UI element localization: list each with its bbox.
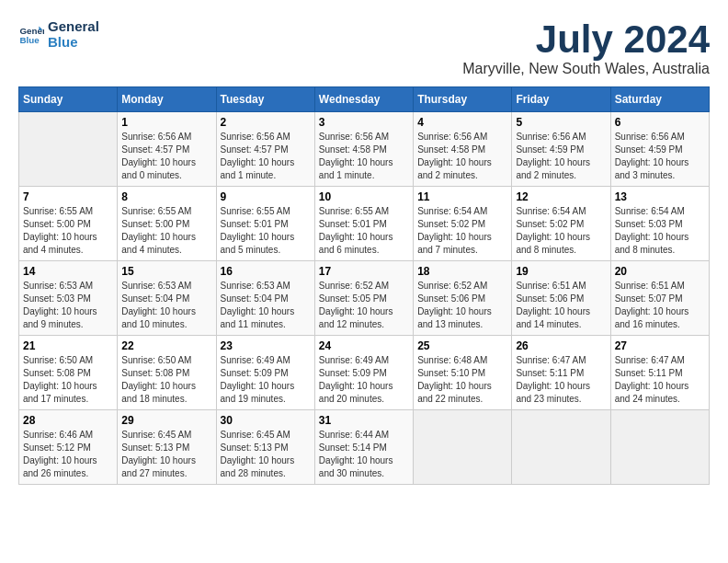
- calendar-cell: [610, 410, 709, 485]
- day-info: Sunrise: 6:54 AM Sunset: 5:02 PM Dayligh…: [516, 205, 606, 257]
- day-number: 1: [121, 116, 211, 129]
- day-info: Sunrise: 6:56 AM Sunset: 4:58 PM Dayligh…: [319, 131, 409, 182]
- day-info: Sunrise: 6:49 AM Sunset: 5:09 PM Dayligh…: [319, 354, 409, 406]
- week-row-5: 28Sunrise: 6:46 AM Sunset: 5:12 PM Dayli…: [19, 410, 710, 485]
- day-number: 10: [319, 190, 409, 203]
- day-number: 5: [516, 116, 606, 129]
- day-number: 17: [319, 265, 409, 278]
- day-info: Sunrise: 6:49 AM Sunset: 5:09 PM Dayligh…: [221, 354, 311, 406]
- day-number: 20: [615, 265, 705, 278]
- calendar-cell: 24Sunrise: 6:49 AM Sunset: 5:09 PM Dayli…: [314, 336, 413, 410]
- day-info: Sunrise: 6:46 AM Sunset: 5:12 PM Dayligh…: [23, 429, 113, 480]
- calendar-cell: 5Sunrise: 6:56 AM Sunset: 4:59 PM Daylig…: [512, 112, 610, 187]
- day-info: Sunrise: 6:56 AM Sunset: 4:59 PM Dayligh…: [516, 131, 606, 182]
- day-number: 15: [121, 265, 211, 278]
- day-info: Sunrise: 6:50 AM Sunset: 5:08 PM Dayligh…: [121, 354, 211, 406]
- day-info: Sunrise: 6:50 AM Sunset: 5:08 PM Dayligh…: [23, 354, 113, 406]
- day-number: 12: [516, 190, 606, 203]
- day-info: Sunrise: 6:54 AM Sunset: 5:03 PM Dayligh…: [615, 205, 705, 257]
- day-number: 14: [23, 265, 113, 278]
- day-info: Sunrise: 6:55 AM Sunset: 5:01 PM Dayligh…: [221, 205, 311, 257]
- header-wednesday: Wednesday: [314, 87, 413, 112]
- day-info: Sunrise: 6:52 AM Sunset: 5:05 PM Dayligh…: [319, 280, 409, 331]
- day-info: Sunrise: 6:51 AM Sunset: 5:06 PM Dayligh…: [516, 280, 606, 331]
- day-info: Sunrise: 6:53 AM Sunset: 5:03 PM Dayligh…: [23, 280, 113, 331]
- day-number: 19: [516, 265, 606, 278]
- calendar-cell: 23Sunrise: 6:49 AM Sunset: 5:09 PM Dayli…: [216, 336, 314, 410]
- day-info: Sunrise: 6:53 AM Sunset: 5:04 PM Dayligh…: [221, 280, 311, 331]
- calendar-cell: [512, 410, 610, 485]
- calendar-cell: 31Sunrise: 6:44 AM Sunset: 5:14 PM Dayli…: [314, 410, 413, 485]
- day-info: Sunrise: 6:56 AM Sunset: 4:57 PM Dayligh…: [221, 131, 311, 182]
- calendar-cell: 18Sunrise: 6:52 AM Sunset: 5:06 PM Dayli…: [414, 261, 512, 336]
- day-number: 9: [221, 190, 311, 203]
- day-info: Sunrise: 6:56 AM Sunset: 4:58 PM Dayligh…: [417, 131, 507, 182]
- main-title: July 2024: [462, 18, 710, 61]
- day-number: 27: [615, 339, 705, 352]
- week-row-2: 7Sunrise: 6:55 AM Sunset: 5:00 PM Daylig…: [19, 187, 710, 261]
- day-number: 28: [23, 414, 113, 427]
- day-number: 29: [121, 414, 211, 427]
- logo-line1: General: [48, 18, 99, 34]
- calendar-cell: 20Sunrise: 6:51 AM Sunset: 5:07 PM Dayli…: [610, 261, 709, 336]
- day-number: 25: [417, 339, 507, 352]
- day-number: 16: [221, 265, 311, 278]
- calendar-cell: 12Sunrise: 6:54 AM Sunset: 5:02 PM Dayli…: [512, 187, 610, 261]
- calendar-cell: 13Sunrise: 6:54 AM Sunset: 5:03 PM Dayli…: [610, 187, 709, 261]
- logo: General Blue General Blue: [18, 18, 99, 50]
- svg-text:Blue: Blue: [19, 35, 40, 45]
- calendar-cell: [414, 410, 512, 485]
- header-monday: Monday: [118, 87, 216, 112]
- calendar-cell: 14Sunrise: 6:53 AM Sunset: 5:03 PM Dayli…: [19, 261, 118, 336]
- calendar-cell: 4Sunrise: 6:56 AM Sunset: 4:58 PM Daylig…: [414, 112, 512, 187]
- calendar-cell: 30Sunrise: 6:45 AM Sunset: 5:13 PM Dayli…: [216, 410, 314, 485]
- day-info: Sunrise: 6:48 AM Sunset: 5:10 PM Dayligh…: [417, 354, 507, 406]
- day-number: 2: [221, 116, 311, 129]
- day-number: 31: [319, 414, 409, 427]
- calendar-cell: 11Sunrise: 6:54 AM Sunset: 5:02 PM Dayli…: [414, 187, 512, 261]
- day-number: 3: [319, 116, 409, 129]
- subtitle: Maryville, New South Wales, Australia: [462, 61, 710, 77]
- day-number: 6: [615, 116, 705, 129]
- calendar-cell: 26Sunrise: 6:47 AM Sunset: 5:11 PM Dayli…: [512, 336, 610, 410]
- day-number: 21: [23, 339, 113, 352]
- calendar-cell: 9Sunrise: 6:55 AM Sunset: 5:01 PM Daylig…: [216, 187, 314, 261]
- header-thursday: Thursday: [414, 87, 512, 112]
- calendar-cell: 25Sunrise: 6:48 AM Sunset: 5:10 PM Dayli…: [414, 336, 512, 410]
- calendar-cell: [19, 112, 118, 187]
- calendar-cell: 6Sunrise: 6:56 AM Sunset: 4:59 PM Daylig…: [610, 112, 709, 187]
- day-info: Sunrise: 6:47 AM Sunset: 5:11 PM Dayligh…: [615, 354, 705, 406]
- day-number: 4: [417, 116, 507, 129]
- day-info: Sunrise: 6:47 AM Sunset: 5:11 PM Dayligh…: [516, 354, 606, 406]
- header: General Blue General Blue July 2024 Mary…: [18, 18, 710, 77]
- day-info: Sunrise: 6:45 AM Sunset: 5:13 PM Dayligh…: [121, 429, 211, 480]
- header-sunday: Sunday: [19, 87, 118, 112]
- title-area: July 2024 Maryville, New South Wales, Au…: [462, 18, 710, 77]
- day-info: Sunrise: 6:55 AM Sunset: 5:00 PM Dayligh…: [121, 205, 211, 257]
- calendar-cell: 2Sunrise: 6:56 AM Sunset: 4:57 PM Daylig…: [216, 112, 314, 187]
- day-info: Sunrise: 6:51 AM Sunset: 5:07 PM Dayligh…: [615, 280, 705, 331]
- week-row-3: 14Sunrise: 6:53 AM Sunset: 5:03 PM Dayli…: [19, 261, 710, 336]
- day-info: Sunrise: 6:54 AM Sunset: 5:02 PM Dayligh…: [417, 205, 507, 257]
- calendar-cell: 17Sunrise: 6:52 AM Sunset: 5:05 PM Dayli…: [314, 261, 413, 336]
- day-info: Sunrise: 6:55 AM Sunset: 5:01 PM Dayligh…: [319, 205, 409, 257]
- calendar-cell: 27Sunrise: 6:47 AM Sunset: 5:11 PM Dayli…: [610, 336, 709, 410]
- calendar-cell: 16Sunrise: 6:53 AM Sunset: 5:04 PM Dayli…: [216, 261, 314, 336]
- header-saturday: Saturday: [610, 87, 709, 112]
- logo-line2: Blue: [48, 34, 99, 50]
- calendar-cell: 1Sunrise: 6:56 AM Sunset: 4:57 PM Daylig…: [118, 112, 216, 187]
- week-row-4: 21Sunrise: 6:50 AM Sunset: 5:08 PM Dayli…: [19, 336, 710, 410]
- day-number: 30: [221, 414, 311, 427]
- calendar-cell: 8Sunrise: 6:55 AM Sunset: 5:00 PM Daylig…: [118, 187, 216, 261]
- day-info: Sunrise: 6:52 AM Sunset: 5:06 PM Dayligh…: [417, 280, 507, 331]
- day-info: Sunrise: 6:53 AM Sunset: 5:04 PM Dayligh…: [121, 280, 211, 331]
- week-row-1: 1Sunrise: 6:56 AM Sunset: 4:57 PM Daylig…: [19, 112, 710, 187]
- day-number: 13: [615, 190, 705, 203]
- day-number: 7: [23, 190, 113, 203]
- calendar-cell: 15Sunrise: 6:53 AM Sunset: 5:04 PM Dayli…: [118, 261, 216, 336]
- calendar-header-row: SundayMondayTuesdayWednesdayThursdayFrid…: [19, 87, 710, 112]
- calendar-cell: 29Sunrise: 6:45 AM Sunset: 5:13 PM Dayli…: [118, 410, 216, 485]
- calendar-cell: 28Sunrise: 6:46 AM Sunset: 5:12 PM Dayli…: [19, 410, 118, 485]
- calendar-cell: 3Sunrise: 6:56 AM Sunset: 4:58 PM Daylig…: [314, 112, 413, 187]
- day-number: 22: [121, 339, 211, 352]
